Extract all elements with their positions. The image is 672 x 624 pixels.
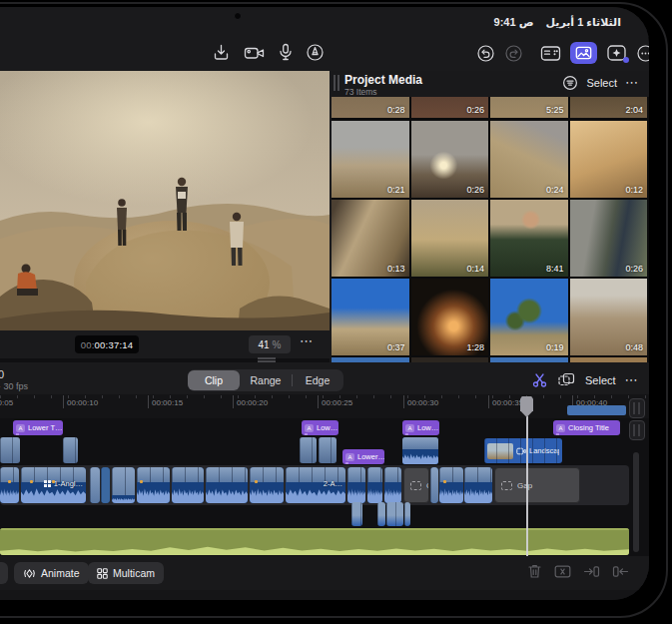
media-thumbnail[interactable] <box>411 357 489 362</box>
pencil-tool-icon[interactable] <box>306 43 325 62</box>
video-clip[interactable] <box>172 467 204 503</box>
more-icon[interactable] <box>636 44 649 63</box>
mode-edge[interactable]: Edge <box>292 369 343 391</box>
timeline-ruler[interactable]: 00:00:05 00:00:10 00:00:15 00:00:20 00:0… <box>0 394 649 418</box>
keyframe-dot <box>140 480 143 483</box>
media-thumbnail[interactable]: 0:13 <box>332 200 409 277</box>
media-thumbnail[interactable]: 2:04 <box>570 97 648 118</box>
connected-clip-below[interactable] <box>377 502 385 526</box>
delete-icon[interactable] <box>527 563 542 579</box>
vertical-scrollbar[interactable] <box>633 452 639 552</box>
media-thumbnail[interactable]: 0:14 <box>411 200 489 277</box>
timeline-select-button[interactable]: Select <box>585 374 616 386</box>
video-clip[interactable] <box>101 467 110 503</box>
media-thumbnail[interactable]: 5:25 <box>490 97 568 118</box>
title-clip[interactable]: A Low… <box>402 420 439 435</box>
timecode-display[interactable]: 00:00:37:14 <box>75 335 139 353</box>
status-date: الثلاثاء 1 أبريل <box>545 16 621 29</box>
clip-duration: 5:25 <box>546 105 564 115</box>
timeline-more-icon[interactable]: ⋯ <box>625 375 639 385</box>
media-thumbnail[interactable]: 0:24 <box>490 121 568 198</box>
animate-button[interactable]: Animate <box>14 562 89 584</box>
title-a-icon: A <box>345 453 354 461</box>
video-clip[interactable] <box>0 467 19 503</box>
video-clip[interactable] <box>367 467 382 503</box>
title-clip-closing[interactable]: A Closing Title <box>553 420 620 435</box>
media-thumbnail[interactable] <box>570 357 648 362</box>
blade-clip-icon[interactable] <box>554 563 571 579</box>
media-thumbnail[interactable] <box>490 357 568 362</box>
media-thumbnail[interactable]: 0:26 <box>411 121 489 198</box>
undo-icon[interactable] <box>476 44 495 63</box>
multicam-button[interactable]: Multicam <box>88 562 164 584</box>
media-thumbnail[interactable]: 0:26 <box>570 200 648 277</box>
video-camera-icon[interactable] <box>244 44 266 62</box>
import-icon[interactable] <box>212 43 231 62</box>
upper-lane-clip[interactable] <box>567 405 626 415</box>
video-clip[interactable] <box>384 467 401 503</box>
media-select-button[interactable]: Select <box>586 77 617 89</box>
playhead-line <box>526 416 528 556</box>
connected-clip[interactable] <box>63 437 78 463</box>
video-clip[interactable] <box>112 467 135 503</box>
media-thumbnail[interactable]: 0:19 <box>490 279 568 355</box>
connected-clip-below[interactable] <box>404 502 410 526</box>
connected-clip-below[interactable] <box>351 502 362 526</box>
video-clip[interactable] <box>347 467 365 503</box>
gap-icon <box>410 481 421 490</box>
panel-drag-grip-icon[interactable] <box>334 75 339 91</box>
clip-thumbnail <box>487 443 513 459</box>
zoom-level-control[interactable]: 41 % <box>249 335 291 353</box>
connected-clip[interactable] <box>319 437 336 463</box>
video-clip[interactable] <box>430 467 438 503</box>
connected-clip[interactable] <box>300 437 317 463</box>
panel-resize-handle[interactable] <box>258 357 276 362</box>
blade-tool-icon[interactable] <box>531 371 548 388</box>
media-thumbnail[interactable]: 0:21 <box>332 121 409 198</box>
video-clip[interactable] <box>250 467 284 503</box>
media-browser-icon-selected[interactable] <box>570 42 597 64</box>
video-clip[interactable] <box>439 467 463 503</box>
insert-right-icon[interactable] <box>612 563 629 579</box>
connected-clip-landscape[interactable]: Landscap… <box>484 438 562 463</box>
multicam-clip[interactable]: 2-A… <box>286 467 345 503</box>
lane-collapse-button[interactable] <box>629 420 645 440</box>
music-clip[interactable] <box>0 528 629 555</box>
media-thumbnail[interactable]: 0:37 <box>332 279 409 355</box>
timecode-value: 00:37:14 <box>95 339 134 350</box>
title-clip[interactable]: A Low… <box>302 420 338 435</box>
gap-clip[interactable]: Gap <box>494 467 580 503</box>
insert-left-icon[interactable] <box>583 563 600 579</box>
connected-clip[interactable] <box>0 437 20 463</box>
media-thumbnail[interactable]: 0:26 <box>411 97 489 118</box>
media-thumbnail[interactable]: 8:41 <box>490 200 568 277</box>
viewer-control-bar: 00:00:37:14 41 % ⋯ <box>0 330 330 358</box>
multicam-clip[interactable]: 1-Angl… <box>21 467 86 503</box>
title-clip[interactable]: A Lower T… <box>13 420 63 435</box>
connected-clip-below[interactable] <box>386 502 403 526</box>
media-thumbnail[interactable]: 0:28 <box>332 97 409 118</box>
browser-panel-icon[interactable] <box>540 45 561 62</box>
media-more-icon[interactable]: ⋯ <box>625 78 639 88</box>
viewer-more-icon[interactable]: ⋯ <box>300 333 314 348</box>
media-thumbnail[interactable]: 1:28 <box>411 279 489 355</box>
video-clip[interactable] <box>464 467 492 503</box>
lane-collapse-button[interactable] <box>629 398 645 418</box>
microphone-icon[interactable] <box>279 43 293 62</box>
media-thumbnail[interactable]: 0:12 <box>570 121 648 198</box>
effects-icon[interactable] <box>606 44 627 62</box>
video-clip[interactable] <box>206 467 248 503</box>
overlay-connect-icon[interactable] <box>557 371 576 388</box>
gap-clip[interactable]: G… <box>403 467 429 503</box>
mode-clip[interactable]: Clip <box>188 370 240 390</box>
connected-clip-audio[interactable] <box>402 437 438 464</box>
video-clip[interactable] <box>90 467 100 503</box>
media-thumbnail[interactable] <box>332 357 409 362</box>
title-clip[interactable]: A Lower… <box>342 449 384 464</box>
filter-icon[interactable] <box>562 75 578 91</box>
video-clip[interactable] <box>137 467 170 503</box>
redo-icon[interactable] <box>504 44 523 63</box>
media-thumbnail[interactable]: 0:48 <box>570 279 648 355</box>
partial-button[interactable] <box>0 562 8 584</box>
mode-range[interactable]: Range <box>240 369 292 391</box>
